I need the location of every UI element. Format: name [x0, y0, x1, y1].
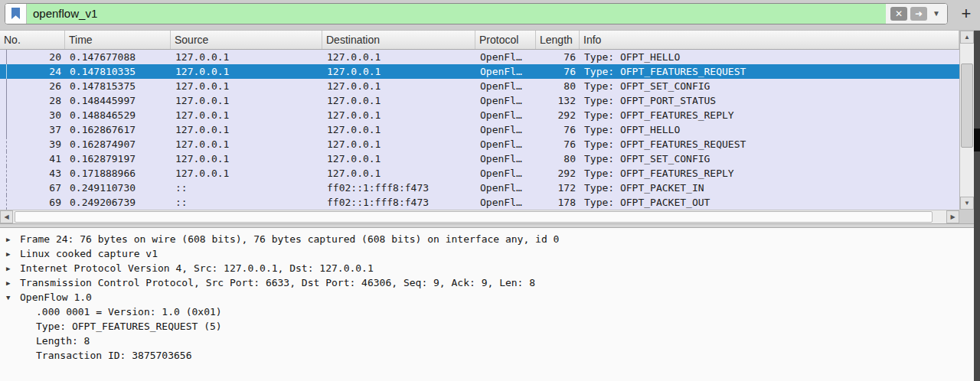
cell-source: 127.0.0.1 — [171, 95, 322, 106]
packet-rows: 20 0.147677088 127.0.0.1 127.0.0.1 OpenF… — [0, 50, 959, 210]
cell-info: Type: OFPT_PORT_STATUS — [580, 95, 959, 106]
apply-filter-button[interactable]: ➜ — [910, 7, 927, 21]
column-header-time[interactable]: Time — [65, 31, 171, 49]
cell-protocol: OpenFl… — [475, 197, 536, 208]
add-filter-button[interactable]: + — [957, 5, 975, 22]
related-packet-gutter — [0, 108, 7, 122]
detail-tree-item[interactable]: ▶ .000 0001 = Version: 1.0 (0x01) — [0, 304, 980, 319]
column-header-protocol[interactable]: Protocol — [475, 31, 536, 49]
expander-icon[interactable]: ▼ — [6, 294, 20, 301]
cell-no: 43 — [7, 168, 65, 179]
detail-text: Length: 8 — [36, 335, 90, 347]
cell-time: 0.171888966 — [65, 168, 171, 179]
packet-row[interactable]: 37 0.162867617 127.0.0.1 127.0.0.1 OpenF… — [0, 122, 959, 137]
horizontal-scroll-track[interactable] — [13, 210, 946, 223]
display-filter-bar: openflow_v1 ✕ ➜ ▼ + — [0, 0, 980, 31]
horizontal-scrollbar[interactable]: ◀ ▶ — [0, 210, 959, 223]
cell-destination: 127.0.0.1 — [322, 80, 475, 92]
packet-row[interactable]: 24 0.147810335 127.0.0.1 127.0.0.1 OpenF… — [0, 64, 959, 79]
cell-length: 76 — [536, 51, 580, 63]
filter-dropdown-button[interactable]: ▼ — [930, 9, 942, 18]
detail-tree-item[interactable]: ▶ Transmission Control Protocol, Src Por… — [0, 275, 980, 290]
column-header-destination[interactable]: Destination — [322, 31, 475, 49]
vertical-scroll-thumb[interactable] — [961, 64, 973, 148]
cell-info: Type: OFPT_HELLO — [580, 124, 959, 135]
packet-list-header: No. Time Source Destination Protocol Len… — [0, 31, 959, 50]
display-filter-input[interactable]: openflow_v1 — [27, 4, 886, 24]
packet-row[interactable]: 30 0.148846529 127.0.0.1 127.0.0.1 OpenF… — [0, 108, 959, 122]
scroll-down-icon: ▼ — [964, 200, 970, 207]
vertical-scroll-track[interactable] — [960, 44, 974, 197]
window-edge-mark — [974, 129, 980, 151]
column-header-info[interactable]: Info — [580, 31, 959, 49]
filter-controls: ✕ ➜ ▼ — [886, 4, 947, 24]
detail-tree-item[interactable]: ▶ Transaction ID: 3875703656 — [0, 348, 980, 363]
packet-row[interactable]: 26 0.147815375 127.0.0.1 127.0.0.1 OpenF… — [0, 79, 959, 93]
related-packet-gutter — [0, 50, 7, 64]
horizontal-scroll-thumb[interactable] — [15, 211, 933, 223]
related-packet-gutter — [0, 79, 7, 93]
expander-icon[interactable]: ▶ — [6, 250, 20, 258]
column-header-no[interactable]: No. — [0, 31, 65, 49]
cell-info: Type: OFPT_FEATURES_REPLY — [580, 168, 959, 179]
cell-no: 41 — [7, 153, 65, 164]
filter-bookmark-button[interactable] — [5, 4, 27, 24]
packet-row[interactable]: 43 0.171888966 127.0.0.1 127.0.0.1 OpenF… — [0, 166, 959, 181]
plus-icon: + — [962, 4, 972, 23]
cell-no: 28 — [7, 95, 65, 106]
detail-text: Frame 24: 76 bytes on wire (608 bits), 7… — [20, 233, 559, 245]
cell-info: Type: OFPT_PACKET_OUT — [580, 197, 959, 208]
clear-filter-button[interactable]: ✕ — [890, 7, 907, 21]
window-edge — [974, 31, 980, 381]
vertical-scrollbar[interactable]: ▲ ▼ — [959, 31, 974, 210]
detail-tree-item[interactable]: ▶ Linux cooked capture v1 — [0, 246, 980, 261]
related-packet-gutter — [0, 64, 7, 79]
cell-destination: 127.0.0.1 — [322, 124, 475, 135]
cell-destination: 127.0.0.1 — [322, 66, 475, 77]
packet-row[interactable]: 20 0.147677088 127.0.0.1 127.0.0.1 OpenF… — [0, 50, 959, 64]
display-filter-value: openflow_v1 — [33, 7, 97, 20]
cell-protocol: OpenFl… — [475, 153, 536, 164]
cell-protocol: OpenFl… — [475, 80, 536, 92]
cell-time: 0.249110730 — [65, 182, 171, 194]
cell-info: Type: OFPT_SET_CONFIG — [580, 80, 959, 92]
cell-length: 132 — [536, 95, 580, 106]
related-packet-gutter — [0, 137, 7, 151]
detail-tree-item[interactable]: ▶ Length: 8 — [0, 334, 980, 348]
scroll-down-button[interactable]: ▼ — [960, 197, 974, 210]
column-header-length[interactable]: Length — [536, 31, 580, 49]
cell-source: 127.0.0.1 — [171, 138, 322, 150]
packet-row[interactable]: 28 0.148445997 127.0.0.1 127.0.0.1 OpenF… — [0, 93, 959, 108]
detail-text: Linux cooked capture v1 — [20, 248, 158, 259]
packet-row[interactable]: 41 0.162879197 127.0.0.1 127.0.0.1 OpenF… — [0, 151, 959, 166]
cell-time: 0.147677088 — [65, 51, 171, 63]
arrow-right-icon: ➜ — [915, 9, 923, 18]
scroll-right-button[interactable]: ▶ — [946, 210, 959, 223]
detail-tree-item[interactable]: ▶ Type: OFPT_FEATURES_REQUEST (5) — [0, 319, 980, 334]
cell-info: Type: OFPT_HELLO — [580, 51, 959, 63]
detail-tree-item[interactable]: ▼ OpenFlow 1.0 — [0, 290, 980, 304]
expander-icon[interactable]: ▶ — [6, 265, 20, 272]
scroll-left-button[interactable]: ◀ — [0, 210, 13, 223]
detail-tree-item[interactable]: ▶ Internet Protocol Version 4, Src: 127.… — [0, 261, 980, 275]
related-packet-gutter — [0, 195, 7, 210]
cell-source: 127.0.0.1 — [171, 80, 322, 92]
detail-tree-item[interactable]: ▶ Frame 24: 76 bytes on wire (608 bits),… — [0, 232, 980, 246]
cell-length: 80 — [536, 153, 580, 164]
scroll-up-button[interactable]: ▲ — [960, 31, 974, 44]
cell-protocol: OpenFl… — [475, 95, 536, 106]
cell-protocol: OpenFl… — [475, 51, 536, 63]
packet-row[interactable]: 69 0.249206739 :: ff02::1:fff8:f473 Open… — [0, 195, 959, 210]
cell-length: 76 — [536, 124, 580, 135]
expander-icon[interactable]: ▶ — [6, 236, 20, 243]
cell-no: 37 — [7, 124, 65, 135]
related-packet-gutter — [0, 181, 7, 195]
column-header-source[interactable]: Source — [171, 31, 322, 49]
related-packet-gutter — [0, 151, 7, 166]
detail-text: OpenFlow 1.0 — [20, 291, 92, 303]
cell-length: 292 — [536, 109, 580, 121]
expander-icon[interactable]: ▶ — [6, 279, 20, 287]
packet-row[interactable]: 39 0.162874907 127.0.0.1 127.0.0.1 OpenF… — [0, 137, 959, 151]
packet-row[interactable]: 67 0.249110730 :: ff02::1:fff8:f473 Open… — [0, 181, 959, 195]
cell-destination: 127.0.0.1 — [322, 138, 475, 150]
